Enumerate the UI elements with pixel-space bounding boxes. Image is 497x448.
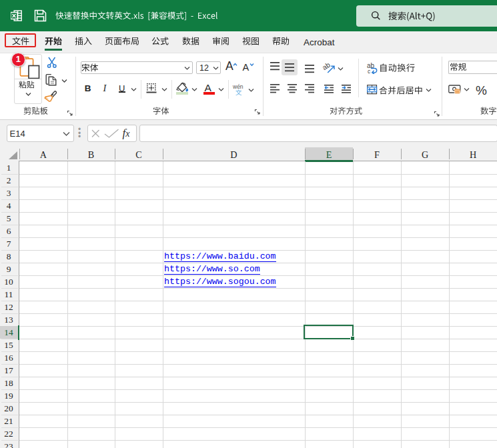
svg-text:c: c <box>368 68 371 75</box>
